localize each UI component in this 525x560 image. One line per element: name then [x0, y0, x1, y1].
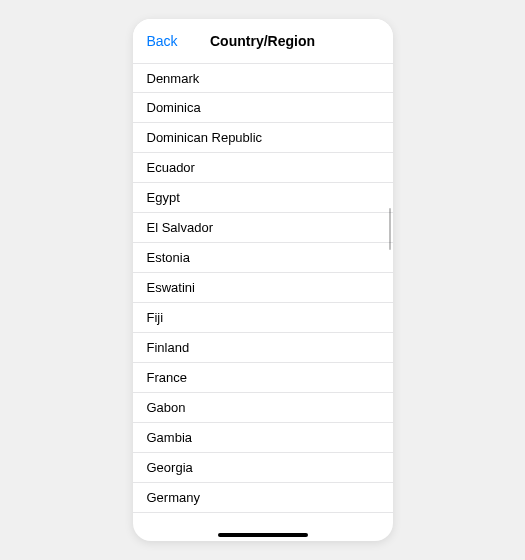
list-item[interactable]: El Salvador: [133, 213, 393, 243]
nav-bar: Back Country/Region: [133, 19, 393, 63]
list-item-label: El Salvador: [147, 220, 213, 235]
list-item[interactable]: Georgia: [133, 453, 393, 483]
list-item-label: Eswatini: [147, 280, 195, 295]
list-item[interactable]: Gambia: [133, 423, 393, 453]
list-item-label: Finland: [147, 340, 190, 355]
list-item[interactable]: Denmark: [133, 63, 393, 93]
list-item-label: Gabon: [147, 400, 186, 415]
home-indicator: [218, 533, 308, 537]
list-item[interactable]: Dominica: [133, 93, 393, 123]
list-item-label: Germany: [147, 490, 200, 505]
list-item-label: Dominica: [147, 100, 201, 115]
list-item[interactable]: Egypt: [133, 183, 393, 213]
list-item-label: France: [147, 370, 187, 385]
list-item-label: Dominican Republic: [147, 130, 263, 145]
list-item[interactable]: Germany: [133, 483, 393, 513]
list-item-label: Egypt: [147, 190, 180, 205]
page-title: Country/Region: [210, 33, 315, 49]
list-item-label: Georgia: [147, 460, 193, 475]
list-item[interactable]: Gabon: [133, 393, 393, 423]
back-button[interactable]: Back: [147, 33, 178, 49]
list-item-label: Gambia: [147, 430, 193, 445]
list-item[interactable]: Fiji: [133, 303, 393, 333]
list-item[interactable]: Dominican Republic: [133, 123, 393, 153]
country-list[interactable]: Denmark Dominica Dominican Republic Ecua…: [133, 63, 393, 541]
list-item[interactable]: Eswatini: [133, 273, 393, 303]
list-item[interactable]: Ecuador: [133, 153, 393, 183]
list-item-label: Denmark: [147, 71, 200, 86]
list-item-label: Estonia: [147, 250, 190, 265]
scroll-indicator: [389, 208, 391, 250]
list-item[interactable]: Estonia: [133, 243, 393, 273]
list-item-label: Ecuador: [147, 160, 195, 175]
list-item[interactable]: France: [133, 363, 393, 393]
phone-frame: Back Country/Region Denmark Dominica Dom…: [133, 19, 393, 541]
list-item-label: Fiji: [147, 310, 164, 325]
list-item[interactable]: Finland: [133, 333, 393, 363]
